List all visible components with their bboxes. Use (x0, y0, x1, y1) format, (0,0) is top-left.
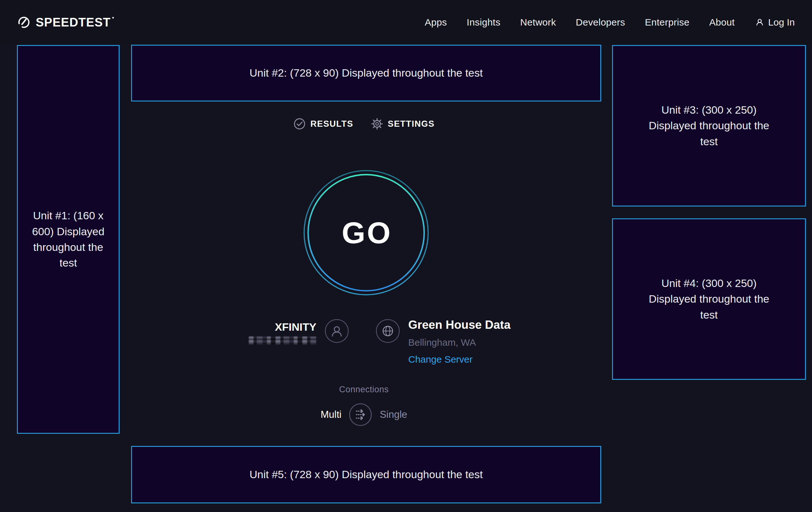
view-tabs: RESULTS (293, 117, 435, 130)
ad-unit-5-text: Unit #5: (728 x 90) Displayed throughout… (250, 467, 483, 482)
login-button[interactable]: Log In (755, 17, 795, 28)
check-circle-icon (293, 117, 306, 130)
server-name: Green House Data (408, 318, 511, 332)
redacted-ip-address (249, 336, 316, 344)
ad-unit-4-text: Unit #4: (300 x 250) Displayed throughou… (642, 275, 776, 323)
speedtest-page: SPEEDTEST Apps Insights Network Develope… (0, 0, 812, 512)
ad-unit-1-text: Unit #1: (160 x 600) Displayed throughou… (24, 208, 113, 271)
connections-option-multi[interactable]: Multi (321, 409, 341, 421)
ad-unit-3-text: Unit #3: (300 x 250) Displayed throughou… (642, 102, 776, 150)
ad-unit-1-skyscraper[interactable]: Unit #1: (160 x 600) Displayed throughou… (17, 45, 120, 434)
server-location: Bellingham, WA (408, 337, 476, 348)
ad-unit-2-text: Unit #2: (728 x 90) Displayed throughout… (250, 65, 483, 81)
connections-option-single[interactable]: Single (380, 409, 407, 421)
nav-item-about[interactable]: About (709, 17, 735, 28)
gauge-icon (17, 16, 31, 29)
speedtest-logo[interactable]: SPEEDTEST (17, 16, 114, 29)
connection-info-row: XFINITY Green House Data Bellingham, WA … (249, 318, 511, 365)
server-block: Green House Data Bellingham, WA Change S… (408, 318, 511, 365)
ad-unit-4-rectangle[interactable]: Unit #4: (300 x 250) Displayed throughou… (612, 218, 806, 380)
person-icon (755, 17, 765, 27)
top-nav-bar: SPEEDTEST Apps Insights Network Develope… (0, 0, 812, 45)
nav-item-apps[interactable]: Apps (425, 17, 447, 28)
connections-label: Connections (339, 385, 389, 395)
isp-block: XFINITY (249, 321, 316, 344)
gear-icon (371, 117, 383, 130)
globe-icon (376, 319, 400, 343)
connections-toggle-row: Multi Single (321, 403, 407, 427)
go-label: GO (340, 215, 392, 250)
change-server-link[interactable]: Change Server (408, 354, 473, 365)
tab-results[interactable]: RESULTS (293, 117, 353, 130)
connections-section: Connections Multi Single (321, 385, 407, 427)
nav-item-developers[interactable]: Developers (576, 17, 625, 28)
main-nav: Apps Insights Network Developers Enterpr… (425, 17, 795, 28)
tab-settings[interactable]: SETTINGS (371, 117, 435, 130)
person-icon (325, 319, 349, 343)
ad-unit-5-leaderboard[interactable]: Unit #5: (728 x 90) Displayed throughout… (131, 446, 601, 503)
ad-unit-2-leaderboard[interactable]: Unit #2: (728 x 90) Displayed throughout… (131, 45, 601, 102)
logo-wordmark: SPEEDTEST (36, 16, 114, 29)
ad-unit-3-rectangle[interactable]: Unit #3: (300 x 250) Displayed throughou… (612, 45, 806, 207)
trademark-dot (112, 17, 114, 19)
nav-item-enterprise[interactable]: Enterprise (645, 17, 690, 28)
go-button[interactable]: GO (302, 169, 430, 297)
multi-arrows-icon[interactable] (349, 403, 373, 427)
nav-item-network[interactable]: Network (520, 17, 556, 28)
nav-item-insights[interactable]: Insights (467, 17, 500, 28)
isp-name: XFINITY (275, 321, 316, 333)
